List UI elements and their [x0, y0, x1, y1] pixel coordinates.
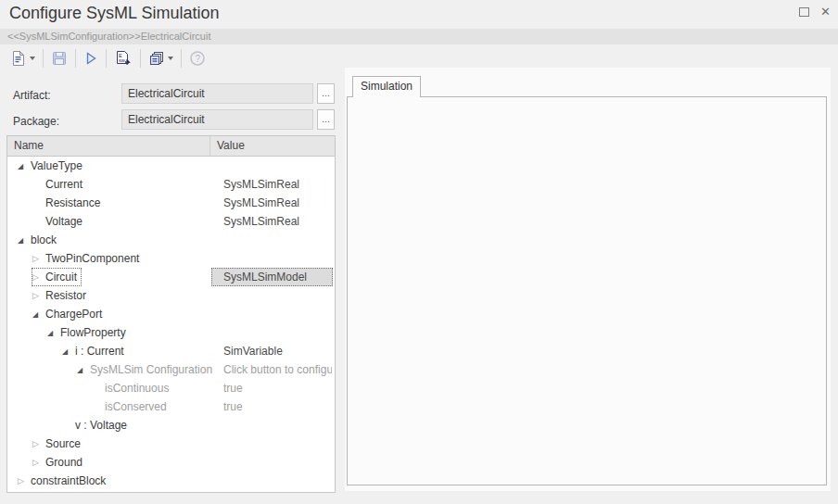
tree-row[interactable]: v : Voltage	[7, 416, 335, 435]
tree-item-label: Resistor	[45, 289, 90, 302]
copy-button[interactable]	[146, 47, 176, 69]
tab-simulation[interactable]: Simulation	[352, 76, 421, 97]
run-icon	[83, 50, 98, 67]
tree-row[interactable]: ResistanceSysMLSimReal	[7, 194, 335, 212]
tree-item-label: SysMLSim Configuration	[90, 363, 216, 376]
tree-expanded-icon[interactable]: ◢	[77, 366, 90, 374]
copy-dropdown-icon[interactable]	[168, 57, 173, 60]
tree-row-name-cell[interactable]: ◢block	[17, 231, 61, 249]
tree-item-label: i : Current	[75, 345, 128, 358]
tree-row-name-cell[interactable]: ▷Resistor	[32, 286, 91, 305]
new-document-button[interactable]	[7, 47, 38, 69]
tree-item-value[interactable]	[211, 157, 333, 175]
tree-row[interactable]: ▷Resistor	[7, 286, 335, 305]
artifact-field[interactable]: ElectricalCircuit	[121, 83, 313, 104]
window-controls: ✕	[799, 7, 831, 17]
tree-item-value[interactable]: SysMLSimReal	[211, 212, 333, 231]
tree-item-label: v : Voltage	[75, 419, 131, 432]
tree-row-name-cell[interactable]: Voltage	[32, 212, 87, 231]
tree-expanded-icon[interactable]: ◢	[18, 236, 31, 245]
tree-item-value[interactable]: SysMLSimModel	[211, 268, 333, 286]
tree-item-value[interactable]: SysMLSimReal	[211, 175, 333, 194]
tree-item-value[interactable]	[211, 323, 333, 342]
tree-item-value[interactable]: true	[211, 397, 333, 416]
tree-item-value[interactable]	[211, 472, 333, 490]
tree-item-value[interactable]	[211, 249, 333, 268]
package-browse-button[interactable]: ...	[317, 109, 335, 130]
tree-row-name-cell[interactable]: ◢ValueType	[17, 157, 87, 175]
tree-expanded-icon[interactable]: ◢	[62, 347, 75, 356]
tree-item-value[interactable]: Click button to configure...	[211, 360, 333, 379]
tree-row[interactable]: ◢ValueType	[7, 157, 335, 175]
tree-row-name-cell[interactable]: ▷Circuit	[32, 268, 82, 286]
save-button[interactable]	[48, 47, 70, 69]
tree-row[interactable]: ▷Ground	[7, 453, 335, 472]
tree-expanded-icon[interactable]: ◢	[18, 162, 31, 170]
run-simulation-button[interactable]	[81, 47, 101, 69]
tree-row[interactable]: ◢block	[7, 231, 335, 249]
tree-row-name-cell[interactable]: isConserved	[91, 397, 171, 416]
tree-row-name-cell[interactable]: ▷Source	[32, 435, 85, 453]
tree-item-value[interactable]: SimVariable	[211, 342, 333, 360]
tree-item-value[interactable]	[211, 416, 333, 435]
tree-collapsed-icon[interactable]: ▷	[32, 291, 45, 300]
toolbar-separator	[181, 49, 182, 68]
tree-row[interactable]: ▷CircuitSysMLSimModel	[7, 268, 335, 286]
tree-row-name-cell[interactable]: ▷constraintBlock	[17, 472, 110, 490]
tree-item-label: Resistance	[45, 196, 104, 209]
toolbar-separator	[140, 49, 141, 68]
maximize-icon[interactable]	[799, 7, 809, 17]
tree-row[interactable]: ▷TwoPinComponent	[7, 249, 335, 268]
tree-row[interactable]: ▷Source	[7, 435, 335, 453]
tree-row[interactable]: ◢i : CurrentSimVariable	[7, 342, 335, 360]
tree-item-value[interactable]	[211, 435, 333, 453]
tree-row-name-cell[interactable]: ◢FlowProperty	[46, 323, 131, 342]
tree-row-name-cell[interactable]: ◢SysMLSim Configuration	[76, 360, 217, 379]
tree-item-label: block	[31, 233, 60, 246]
tree-row[interactable]: isConservedtrue	[7, 397, 335, 416]
artifact-browse-button[interactable]: ...	[317, 83, 335, 104]
stereotype-text: <<SysMLSimConfiguration>>ElectricalCircu…	[7, 31, 210, 42]
tree-item-label: Ground	[45, 456, 86, 469]
tree-row[interactable]: VoltageSysMLSimReal	[7, 212, 335, 231]
tree-row-name-cell[interactable]: v : Voltage	[61, 416, 132, 435]
tree-item-label: constraintBlock	[31, 474, 109, 487]
tree-item-value[interactable]	[211, 286, 333, 305]
tree-item-value[interactable]: true	[211, 379, 333, 397]
tree-column-value[interactable]: Value	[210, 136, 335, 156]
tree-row[interactable]: ◢SysMLSim ConfigurationClick button to c…	[7, 360, 335, 379]
tree-collapsed-icon[interactable]: ▷	[32, 272, 45, 282]
tree-row-name-cell[interactable]: ◢i : Current	[61, 342, 129, 360]
tree-item-value[interactable]: SysMLSimReal	[211, 194, 333, 212]
tree-row[interactable]: CurrentSysMLSimReal	[7, 175, 335, 194]
tree-item-value[interactable]	[211, 453, 333, 472]
tree-row[interactable]: ◢ChargePort	[7, 305, 335, 323]
tree-collapsed-icon[interactable]: ▷	[32, 439, 45, 448]
tree-expanded-icon[interactable]: ◢	[47, 329, 60, 337]
tree-collapsed-icon[interactable]: ▷	[32, 254, 45, 263]
close-icon[interactable]: ✕	[820, 7, 831, 17]
tree-column-name[interactable]: Name	[7, 136, 210, 156]
tree-row-name-cell[interactable]: ◢ChargePort	[32, 305, 107, 323]
package-field[interactable]: ElectricalCircuit	[121, 109, 313, 130]
configuration-tree: Name Value ◢ValueTypeCurrentSysMLSimReal…	[6, 135, 336, 493]
tree-row-name-cell[interactable]: ▷TwoPinComponent	[32, 249, 144, 268]
tree-collapsed-icon[interactable]: ▷	[18, 476, 31, 485]
tree-item-value[interactable]	[211, 305, 333, 323]
generate-code-button[interactable]: E sw	[111, 47, 135, 69]
tree-row[interactable]: ▷constraintBlock	[7, 472, 335, 490]
tree-row[interactable]: ◢FlowProperty	[7, 323, 335, 342]
tree-item-label: TwoPinComponent	[45, 252, 143, 265]
svg-text:sw: sw	[119, 57, 125, 63]
tree-expanded-icon[interactable]: ◢	[32, 310, 45, 319]
tree-row[interactable]: isContinuoustrue	[7, 379, 335, 397]
tree-item-value[interactable]	[211, 231, 333, 249]
tree-row-name-cell[interactable]: Current	[32, 175, 87, 194]
tree-row-name-cell[interactable]: Resistance	[32, 194, 105, 212]
tree-row-name-cell[interactable]: ▷Ground	[32, 453, 87, 472]
tree-collapsed-icon[interactable]: ▷	[32, 458, 45, 467]
tree-row-name-cell[interactable]: isContinuous	[91, 379, 173, 397]
new-document-dropdown-icon[interactable]	[30, 57, 35, 60]
page-title: Configure SysML Simulation	[9, 4, 219, 23]
help-button[interactable]: ?	[186, 47, 209, 69]
